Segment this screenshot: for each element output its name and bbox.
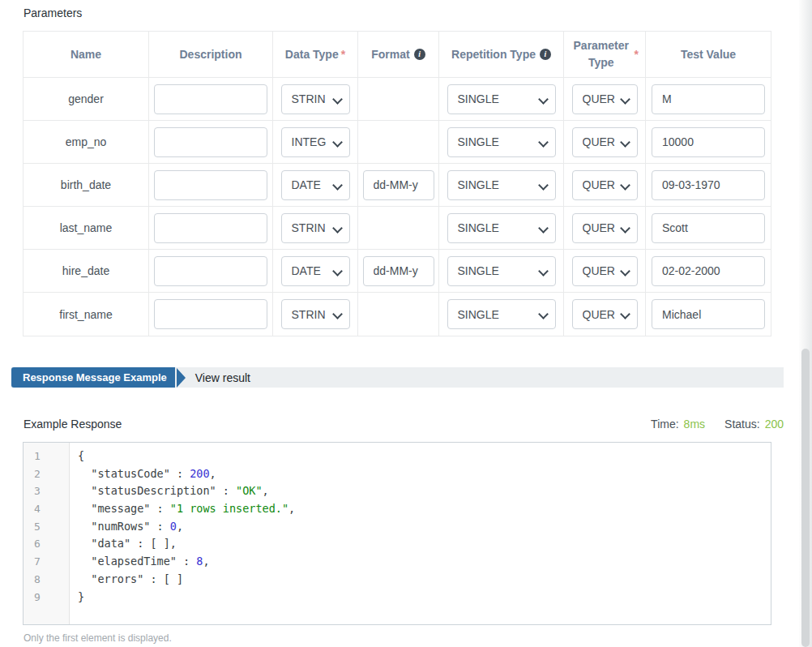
parameter-type-select[interactable]: QUER (572, 299, 638, 329)
test-value-input[interactable] (652, 127, 765, 157)
data-type-select[interactable]: STRIN (281, 84, 350, 114)
description-cell (149, 78, 273, 121)
parameter-type-select[interactable]: QUER (572, 213, 638, 243)
selected-value: QUER (583, 264, 615, 277)
scrollbar-thumb[interactable] (801, 349, 810, 647)
data-type-select[interactable]: STRIN (281, 213, 350, 243)
test-value-input[interactable] (652, 213, 765, 243)
code-line: "statusDescription" : "OK", (78, 482, 771, 500)
description-cell (149, 164, 273, 207)
code-text-token: "errors" : [ ] (78, 572, 183, 585)
param-name-cell: emp_no (24, 121, 149, 164)
param-name: gender (68, 92, 104, 105)
parameter-type-select[interactable]: QUER (572, 84, 638, 114)
data-type-cell: DATE (273, 164, 358, 207)
selected-value: SINGLE (458, 92, 499, 105)
response-code-block: 123456789 { "statusCode" : 200, "statusD… (23, 442, 771, 625)
selected-value: SINGLE (458, 264, 499, 277)
selected-value: SINGLE (458, 135, 499, 148)
table-row: birth_dateDATESINGLEQUER (24, 164, 771, 207)
description-input[interactable] (154, 127, 267, 157)
code-line: "statusCode" : 200, (78, 465, 771, 483)
header-label: Parameter Type (571, 37, 632, 71)
header-cell-parameter-type: Parameter Type* (564, 32, 646, 78)
header-label: Description (179, 46, 241, 63)
data-type-select[interactable]: DATE (281, 170, 350, 200)
code-text-token: "statusCode" : (78, 467, 190, 480)
chevron-down-icon (538, 94, 549, 105)
code-string-token: "OK" (236, 484, 263, 497)
data-type-select[interactable]: INTEG (281, 127, 350, 157)
test-value-input[interactable] (652, 256, 765, 286)
repetition-type-select[interactable]: SINGLE (447, 127, 556, 157)
parameter-type-select[interactable]: QUER (572, 256, 638, 286)
format-cell (358, 78, 439, 121)
chevron-down-icon (538, 180, 549, 191)
table-row: first_nameSTRINSINGLEQUER (24, 293, 771, 336)
parameter-type-select[interactable]: QUER (572, 170, 638, 200)
header-cell-description: Description (149, 32, 273, 78)
data-type-select[interactable]: DATE (281, 256, 350, 286)
code-text-token: , (288, 502, 295, 515)
header-cell-data-type: Data Type* (273, 32, 358, 78)
repetition-type-select[interactable]: SINGLE (447, 170, 556, 200)
description-input[interactable] (154, 170, 267, 200)
code-text-token: , (177, 520, 183, 533)
page: Parameters NameDescriptionData Type*Form… (0, 0, 812, 647)
param-name-cell: gender (24, 78, 149, 121)
format-cell (358, 293, 439, 336)
param-name-cell: hire_date (24, 250, 149, 293)
parameter-type-select[interactable]: QUER (572, 127, 638, 157)
format-cell (358, 121, 439, 164)
line-number: 5 (24, 518, 69, 536)
format-cell (358, 250, 439, 293)
selected-value: QUER (583, 135, 615, 148)
selected-value: SINGLE (458, 178, 499, 191)
param-name: emp_no (66, 135, 107, 148)
code-string-token: "1 rows inserted." (170, 502, 288, 515)
vertical-scrollbar[interactable] (799, 0, 812, 647)
parameter-type-cell: QUER (564, 250, 646, 293)
description-input[interactable] (154, 256, 267, 286)
param-name: first_name (59, 308, 112, 321)
code-text-token: , (263, 484, 269, 497)
selected-value: QUER (583, 221, 615, 234)
header-label: Format (371, 46, 409, 63)
line-number: 6 (24, 535, 69, 553)
test-value-input[interactable] (652, 84, 765, 114)
parameter-type-cell: QUER (564, 121, 646, 164)
header-cell-repetition-type: Repetition Typei (439, 32, 564, 78)
chevron-down-icon (332, 266, 343, 276)
code-number-token: 200 (190, 467, 209, 480)
test-value-input[interactable] (652, 299, 765, 329)
description-input[interactable] (154, 213, 267, 243)
format-input[interactable] (363, 256, 434, 286)
table-row: genderSTRINSINGLEQUER (24, 78, 771, 121)
footnote: Only the first element is displayed. (24, 632, 172, 644)
code-text-token: } (78, 590, 84, 603)
chevron-down-icon (620, 180, 630, 191)
data-type-select[interactable]: STRIN (281, 299, 350, 329)
repetition-type-select[interactable]: SINGLE (447, 213, 556, 243)
response-tab-bar: Response Message Example View result (11, 367, 784, 388)
tab-response-message-example[interactable]: Response Message Example (11, 367, 175, 388)
data-type-cell: STRIN (273, 293, 358, 336)
line-number: 7 (24, 553, 69, 571)
description-cell (149, 293, 273, 336)
code-line: } (78, 589, 771, 606)
test-value-input[interactable] (652, 170, 765, 200)
code-line: "errors" : [ ] (78, 571, 771, 589)
info-icon: i (414, 49, 425, 60)
code-text-token: "data" : [ ], (78, 537, 177, 550)
example-response-label: Example Response (24, 418, 122, 431)
format-input[interactable] (363, 170, 434, 200)
repetition-type-select[interactable]: SINGLE (447, 84, 556, 114)
test-value-cell (646, 207, 771, 250)
time-label: Time: (651, 418, 678, 431)
repetition-type-cell: SINGLE (439, 250, 564, 293)
repetition-type-select[interactable]: SINGLE (447, 256, 556, 286)
chevron-down-icon (332, 180, 343, 191)
repetition-type-select[interactable]: SINGLE (447, 299, 556, 329)
description-input[interactable] (154, 84, 267, 114)
description-input[interactable] (154, 299, 267, 329)
